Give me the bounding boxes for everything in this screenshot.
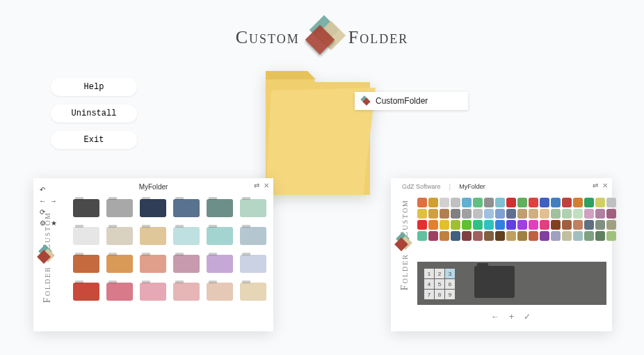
- folder-color-swatch[interactable]: [140, 255, 166, 273]
- uninstall-button[interactable]: Uninstall: [51, 104, 137, 123]
- emblem-swatch[interactable]: [417, 220, 427, 230]
- numpad-cell[interactable]: 2: [435, 269, 444, 278]
- emblem-swatch[interactable]: [506, 220, 516, 230]
- emblem-swatch[interactable]: [584, 209, 594, 219]
- forward-icon[interactable]: →: [49, 196, 58, 205]
- emblem-swatch[interactable]: [606, 231, 616, 241]
- folder-color-swatch[interactable]: [207, 227, 233, 245]
- numpad-cell[interactable]: 7: [424, 290, 434, 299]
- emblem-swatch[interactable]: [440, 209, 449, 219]
- emblem-swatch[interactable]: [428, 231, 438, 241]
- emblem-swatch[interactable]: [584, 220, 594, 230]
- folder-color-swatch[interactable]: [106, 255, 133, 273]
- numpad-cell[interactable]: 1: [424, 269, 434, 278]
- emblem-swatch[interactable]: [517, 231, 527, 241]
- emblem-swatch[interactable]: [595, 209, 605, 219]
- numpad-cell[interactable]: 5: [435, 279, 444, 289]
- folder-color-swatch[interactable]: [173, 283, 200, 301]
- emblem-swatch[interactable]: [551, 209, 561, 219]
- emblem-swatch[interactable]: [451, 220, 460, 230]
- folder-color-swatch[interactable]: [73, 199, 99, 217]
- folder-color-swatch[interactable]: [73, 283, 99, 301]
- folder-color-swatch[interactable]: [240, 255, 266, 273]
- emblem-swatch[interactable]: [573, 198, 583, 207]
- folder-color-swatch[interactable]: [106, 283, 133, 301]
- numpad-cell[interactable]: 9: [445, 290, 455, 299]
- emblem-swatch[interactable]: [495, 198, 505, 207]
- emblem-swatch[interactable]: [551, 231, 561, 241]
- emblem-swatch[interactable]: [606, 209, 616, 219]
- numpad-cell[interactable]: 4: [424, 279, 434, 289]
- emblem-swatch[interactable]: [417, 198, 427, 207]
- emblem-swatch[interactable]: [473, 231, 483, 241]
- emblem-swatch[interactable]: [562, 231, 572, 241]
- emblem-swatch[interactable]: [573, 209, 583, 219]
- numpad-cell[interactable]: 8: [435, 290, 444, 299]
- emblem-swatch[interactable]: [540, 209, 549, 219]
- folder-color-swatch[interactable]: [240, 283, 266, 301]
- emblem-swatch[interactable]: [562, 209, 572, 219]
- emblem-swatch[interactable]: [462, 198, 472, 207]
- emblem-swatch[interactable]: [573, 231, 583, 241]
- help-button[interactable]: Help: [51, 78, 137, 96]
- close-icon[interactable]: ✕: [602, 182, 608, 189]
- folder-color-swatch[interactable]: [240, 199, 266, 217]
- folder-color-swatch[interactable]: [73, 255, 99, 273]
- folder-color-swatch[interactable]: [207, 283, 233, 301]
- emblem-swatch[interactable]: [517, 209, 527, 219]
- emblem-swatch[interactable]: [440, 198, 449, 207]
- emblem-swatch[interactable]: [573, 220, 583, 230]
- folder-color-swatch[interactable]: [173, 199, 200, 217]
- folder-color-swatch[interactable]: [106, 227, 133, 245]
- emblem-swatch[interactable]: [529, 231, 538, 241]
- emblem-swatch[interactable]: [428, 209, 438, 219]
- footer-back-icon[interactable]: ←: [491, 312, 499, 322]
- undo-icon[interactable]: ↶: [38, 185, 47, 194]
- emblem-swatch[interactable]: [517, 198, 527, 207]
- emblem-swatch[interactable]: [495, 231, 505, 241]
- emblem-swatch[interactable]: [551, 220, 561, 230]
- folder-color-swatch[interactable]: [106, 199, 133, 217]
- emblem-swatch[interactable]: [473, 198, 483, 207]
- emblem-swatch[interactable]: [584, 198, 594, 207]
- emblem-swatch[interactable]: [529, 209, 538, 219]
- emblem-swatch[interactable]: [451, 231, 460, 241]
- emblem-swatch[interactable]: [540, 198, 549, 207]
- emblem-swatch[interactable]: [517, 220, 527, 230]
- emblem-swatch[interactable]: [428, 198, 438, 207]
- emblem-swatch[interactable]: [473, 220, 483, 230]
- emblem-swatch[interactable]: [440, 220, 449, 230]
- emblem-swatch[interactable]: [595, 231, 605, 241]
- context-menu-item[interactable]: CustomFolder: [355, 92, 468, 110]
- emblem-swatch[interactable]: [473, 209, 483, 219]
- emblem-swatch[interactable]: [529, 198, 538, 207]
- folder-color-swatch[interactable]: [173, 255, 200, 273]
- emblem-swatch[interactable]: [584, 231, 594, 241]
- shuffle-icon[interactable]: ⇄: [254, 182, 259, 189]
- footer-add-icon[interactable]: +: [509, 312, 514, 322]
- emblem-swatch[interactable]: [495, 220, 505, 230]
- emblem-swatch[interactable]: [484, 209, 494, 219]
- exit-button[interactable]: Exit: [51, 131, 137, 149]
- emblem-swatch[interactable]: [417, 209, 427, 219]
- folder-color-swatch[interactable]: [73, 227, 99, 245]
- emblem-swatch[interactable]: [462, 231, 472, 241]
- folder-color-swatch[interactable]: [207, 255, 233, 273]
- folder-color-swatch[interactable]: [140, 199, 166, 217]
- emblem-swatch[interactable]: [551, 198, 561, 207]
- emblem-swatch[interactable]: [484, 198, 494, 207]
- folder-color-swatch[interactable]: [173, 227, 200, 245]
- folder-color-swatch[interactable]: [140, 227, 166, 245]
- folder-color-swatch[interactable]: [240, 227, 266, 245]
- emblem-swatch[interactable]: [595, 198, 605, 207]
- emblem-swatch[interactable]: [417, 231, 427, 241]
- emblem-swatch[interactable]: [506, 198, 516, 207]
- emblem-swatch[interactable]: [506, 209, 516, 219]
- folder-color-swatch[interactable]: [207, 199, 233, 217]
- emblem-swatch[interactable]: [484, 231, 494, 241]
- emblem-swatch[interactable]: [606, 198, 616, 207]
- emblem-swatch[interactable]: [562, 198, 572, 207]
- numpad-cell[interactable]: 6: [445, 279, 455, 289]
- shuffle-icon[interactable]: ⇄: [593, 182, 598, 189]
- emblem-swatch[interactable]: [595, 220, 605, 230]
